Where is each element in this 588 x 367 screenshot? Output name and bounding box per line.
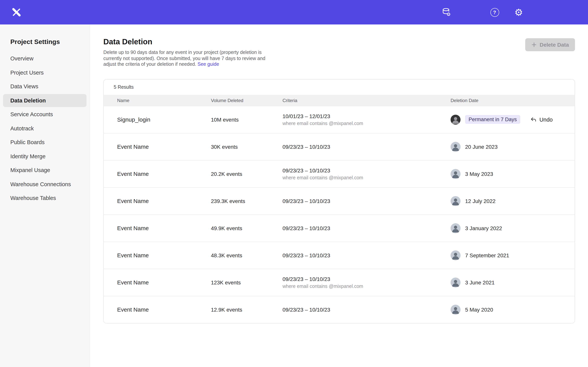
user-avatar	[450, 169, 460, 179]
sidebar-item-identity-merge[interactable]: Identity Merge	[3, 150, 86, 163]
topbar: ? ⚙︎	[0, 0, 588, 25]
undo-label: Undo	[539, 117, 553, 123]
sidebar-item-public-boards[interactable]: Public Boards	[3, 136, 86, 149]
table-header: Name Volume Deleted Criteria Deletion Da…	[104, 95, 575, 106]
deletion-date-text: 3 June 2021	[465, 279, 495, 285]
row-criteria-cell: 09/23/23 – 10/10/23	[283, 225, 450, 231]
table-row: Event Name 49.9K events 09/23/23 – 10/10…	[104, 214, 575, 242]
row-volume: 239.3K events	[211, 198, 283, 204]
delete-data-button[interactable]: Delete Data	[525, 38, 575, 51]
row-name: Signup_login	[117, 116, 211, 123]
deletion-date-text: 3 January 2022	[465, 225, 502, 231]
sidebar-item-label: Warehouse Tables	[10, 195, 56, 201]
table-row: Event Name 30K events 09/23/23 – 10/10/2…	[104, 133, 575, 160]
sidebar-item-label: Autotrack	[10, 125, 34, 131]
table-row: Event Name 48.3K events 09/23/23 – 10/10…	[104, 242, 575, 268]
deletion-date-text: 12 July 2022	[465, 198, 496, 204]
apps-grid-icon[interactable]	[466, 7, 476, 17]
help-icon[interactable]: ?	[490, 7, 500, 17]
user-avatar	[450, 223, 460, 233]
row-volume: 20.2K events	[211, 171, 283, 177]
topbar-actions: ? ⚙︎	[441, 7, 524, 17]
table-row: Signup_login 10M events 10/01/23 – 12/01…	[104, 106, 575, 133]
sidebar-item-warehouse-tables[interactable]: Warehouse Tables	[3, 192, 86, 205]
sidebar-item-warehouse-connections[interactable]: Warehouse Connections	[3, 178, 86, 191]
page-title: Data Deletion	[103, 37, 575, 46]
row-criteria: 09/23/23 – 10/10/23	[283, 225, 450, 231]
sidebar-item-label: Identity Merge	[10, 153, 45, 159]
table-row: Event Name 239.3K events 09/23/23 – 10/1…	[104, 187, 575, 214]
sidebar-item-overview[interactable]: Overview	[3, 52, 86, 65]
row-criteria-cell: 09/23/23 – 10/10/23	[283, 306, 450, 313]
sidebar-item-label: Data Deletion	[10, 97, 46, 103]
row-deletion-date-cell: 3 January 2022	[450, 223, 575, 233]
sidebar-title: Project Settings	[0, 38, 90, 46]
column-header-deletion-date: Deletion Date	[450, 98, 575, 103]
row-criteria-subtext: where email contains @mixpanel.com	[283, 121, 450, 126]
row-deletion-date-cell: 3 May 2023	[450, 169, 575, 179]
table-row: Event Name 12.9K events 09/23/23 – 10/10…	[104, 296, 575, 323]
undo-icon	[530, 116, 537, 123]
row-deletion-date-cell: 20 June 2023	[450, 142, 575, 151]
row-criteria-subtext: where email contains @mixpanel.com	[283, 175, 450, 180]
table-row: Event Name 20.2K events 09/23/23 – 10/10…	[104, 160, 575, 187]
row-name: Event Name	[117, 225, 211, 231]
sidebar-item-service-accounts[interactable]: Service Accounts	[3, 108, 86, 121]
sidebar-item-data-deletion[interactable]: Data Deletion	[3, 94, 86, 107]
sidebar-item-data-views[interactable]: Data Views	[3, 80, 86, 93]
user-avatar	[450, 196, 460, 206]
plus-icon	[531, 42, 536, 47]
row-name: Event Name	[117, 252, 211, 259]
table-row: Event Name 123K events 09/23/23 – 10/10/…	[104, 268, 575, 296]
row-criteria-cell: 09/23/23 – 10/10/23 where email contains…	[283, 167, 450, 180]
row-volume: 30K events	[211, 143, 283, 150]
row-name: Event Name	[117, 306, 211, 313]
row-deletion-date-cell: 12 July 2022	[450, 196, 575, 206]
sidebar-item-project-users[interactable]: Project Users	[3, 66, 86, 79]
app-window: ? ⚙︎ Project Settings Overview Project U…	[0, 0, 588, 367]
row-criteria: 09/23/23 – 10/10/23	[283, 167, 450, 173]
user-avatar	[450, 304, 460, 314]
user-avatar	[450, 142, 460, 151]
row-name: Event Name	[117, 279, 211, 286]
main-content: Data Deletion Delete up to 90 days data …	[90, 25, 588, 367]
delete-data-label: Delete Data	[540, 42, 569, 48]
row-volume: 12.9K events	[211, 306, 283, 313]
data-management-icon[interactable]	[441, 7, 451, 17]
deletion-date-text: 20 June 2023	[465, 143, 498, 150]
deletion-date-text: 5 May 2020	[465, 306, 493, 313]
row-criteria-cell: 09/23/23 – 10/10/23	[283, 198, 450, 204]
row-criteria: 10/01/23 – 12/01/23	[283, 113, 450, 119]
settings-icon[interactable]: ⚙︎	[514, 7, 524, 17]
deletion-date-text: 7 September 2021	[465, 252, 509, 258]
table-body: Signup_login 10M events 10/01/23 – 12/01…	[104, 106, 575, 323]
row-criteria: 09/23/23 – 10/10/23	[283, 198, 450, 204]
results-count: 5 Results	[104, 79, 575, 95]
page-description: Delete up to 90 days data for any event …	[103, 50, 277, 67]
row-name: Event Name	[117, 143, 211, 150]
row-criteria: 09/23/23 – 10/10/23	[283, 306, 450, 313]
sidebar-item-label: Mixpanel Usage	[10, 167, 50, 173]
column-header-name: Name	[117, 98, 211, 103]
mixpanel-logo-icon[interactable]	[11, 7, 21, 17]
see-guide-link[interactable]: See guide	[198, 62, 219, 67]
row-criteria: 09/23/23 – 10/10/23	[283, 252, 450, 258]
permanence-badge: Permanent in 7 Days	[465, 115, 520, 124]
sidebar-item-mixpanel-usage[interactable]: Mixpanel Usage	[3, 164, 86, 177]
user-avatar	[450, 115, 460, 125]
row-volume: 48.3K events	[211, 252, 283, 258]
undo-button[interactable]: Undo	[530, 116, 553, 123]
row-deletion-date-cell: Permanent in 7 Days Undo	[450, 115, 575, 125]
row-criteria: 09/23/23 – 10/10/23	[283, 276, 450, 282]
sidebar-nav: Overview Project Users Data Views Data D…	[0, 52, 90, 205]
row-volume: 10M events	[211, 117, 283, 123]
row-criteria-cell: 10/01/23 – 12/01/23 where email contains…	[283, 113, 450, 126]
deletions-table-card: 5 Results Name Volume Deleted Criteria D…	[103, 79, 575, 323]
row-volume: 49.9K events	[211, 225, 283, 231]
sidebar-item-label: Data Views	[10, 83, 38, 90]
sidebar-item-label: Project Users	[10, 69, 44, 75]
sidebar-item-autotrack[interactable]: Autotrack	[3, 122, 86, 135]
row-criteria: 09/23/23 – 10/10/23	[283, 143, 450, 150]
sidebar-item-label: Public Boards	[10, 139, 45, 145]
row-criteria-cell: 09/23/23 – 10/10/23	[283, 143, 450, 150]
